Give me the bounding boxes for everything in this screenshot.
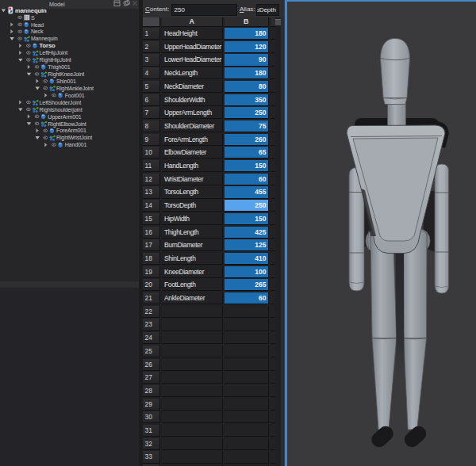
- svg-text:Thigh001: Thigh001: [48, 64, 70, 71]
- svg-text:Mannequin: Mannequin: [31, 36, 58, 42]
- svg-text:LeftHipJoint: LeftHipJoint: [40, 50, 68, 56]
- svg-text:RightHipJoint: RightHipJoint: [40, 57, 71, 63]
- svg-text:Rightshoulderjoint: Rightshoulderjoint: [40, 107, 83, 113]
- svg-text:RightAnkleJoint: RightAnkleJoint: [56, 86, 94, 92]
- svg-text:LeftShoulderJoint: LeftShoulderJoint: [40, 100, 82, 105]
- svg-text:Foot001: Foot001: [65, 93, 85, 98]
- svg-text:ForeArm001: ForeArm001: [56, 128, 86, 133]
- svg-text:RightElbowJoint: RightElbowJoint: [48, 121, 86, 128]
- svg-text:RightKneeJoint: RightKneeJoint: [48, 71, 84, 78]
- svg-text:Shin001: Shin001: [56, 78, 76, 84]
- svg-text:RightWristJoint: RightWristJoint: [56, 135, 92, 141]
- svg-text:UpperArm001: UpperArm001: [48, 114, 81, 120]
- svg-text:Hand001: Hand001: [65, 142, 87, 147]
- svg-text:mannequin: mannequin: [15, 7, 47, 14]
- svg-text:S: S: [31, 15, 35, 21]
- svg-text:Head: Head: [31, 22, 44, 28]
- svg-text:Torso: Torso: [40, 42, 56, 49]
- svg-text:Neck: Neck: [31, 29, 44, 34]
